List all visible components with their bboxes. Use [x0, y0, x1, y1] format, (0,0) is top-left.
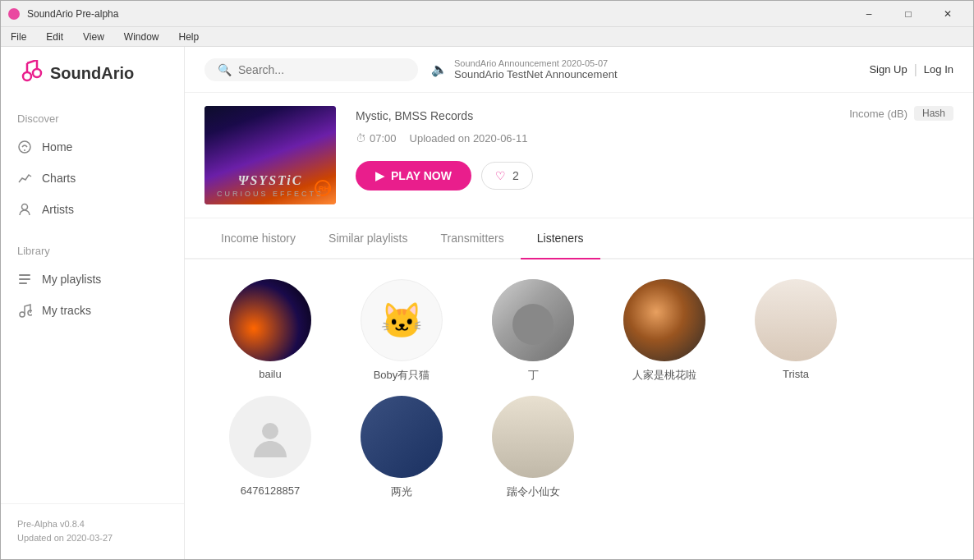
sidebar-item-artists[interactable]: Artists [1, 194, 184, 225]
close-button[interactable]: ✕ [929, 1, 967, 27]
tabs-bar: Income history Similar playlists Transmi… [185, 218, 973, 259]
version-text: Pre-Alpha v0.8.4 [17, 517, 168, 532]
svg-text:RHB: RHB [319, 185, 331, 193]
play-label: PLAY NOW [391, 169, 452, 182]
listener-name: Boby有只猫 [374, 368, 430, 383]
minimize-button[interactable]: – [850, 1, 888, 27]
tab-income-history[interactable]: Income history [204, 218, 312, 259]
playlists-icon [17, 272, 32, 287]
svg-rect-11 [19, 282, 27, 284]
title-bar: SoundArio Pre-alpha – □ ✕ [1, 1, 973, 27]
listener-name: 踹令小仙女 [507, 484, 560, 499]
logo-icon [17, 60, 44, 86]
avatar [229, 279, 311, 361]
avatar [361, 396, 443, 478]
tracks-icon [17, 303, 32, 318]
sidebar-item-home[interactable]: Home [1, 131, 184, 163]
window-controls: – □ ✕ [850, 1, 967, 27]
volume-icon: 🔈 [431, 62, 448, 77]
menu-edit[interactable]: Edit [43, 30, 67, 44]
like-count: 2 [512, 169, 519, 182]
sidebar-item-playlists[interactable]: My playlists [1, 264, 184, 295]
sidebar-playlists-label: My playlists [42, 273, 101, 286]
play-now-button[interactable]: ▶ PLAY NOW [356, 161, 471, 190]
listener-name: 丁 [528, 368, 539, 383]
hash-badge[interactable]: Hash [914, 106, 953, 121]
track-actions: ▶ PLAY NOW ♡ 2 [356, 161, 953, 190]
avatar [623, 279, 705, 361]
search-icon: 🔍 [218, 63, 232, 76]
sidebar-item-charts[interactable]: Charts [1, 163, 184, 194]
app-icon [7, 7, 21, 21]
play-icon: ▶ [375, 169, 384, 182]
sidebar-tracks-label: My tracks [42, 304, 91, 317]
svg-line-5 [27, 60, 37, 63]
svg-point-0 [8, 8, 20, 20]
track-header: ΨSYSTiC CURIOUS EFFECTS RHB Mystic, BMSS… [185, 93, 973, 218]
svg-rect-10 [19, 278, 30, 280]
avatar [755, 279, 837, 361]
list-item: 两光 [336, 396, 467, 499]
announcement-text: SoundArio Announcement 2020-05-07 SoundA… [454, 58, 618, 80]
content-area: ΨSYSTiC CURIOUS EFFECTS RHB Mystic, BMSS… [185, 93, 973, 559]
svg-rect-9 [19, 274, 30, 276]
svg-point-2 [33, 69, 41, 77]
sidebar-item-tracks[interactable]: My tracks [1, 295, 184, 326]
avatar [492, 279, 574, 361]
auth-area: Sign Up | Log In [869, 62, 953, 77]
menu-bar: File Edit View Window Help [1, 27, 973, 47]
logo-text: SoundArio [50, 64, 134, 83]
svg-point-7 [24, 149, 25, 151]
track-upload: Uploaded on 2020-06-11 [410, 132, 528, 145]
search-box[interactable]: 🔍 [204, 58, 418, 81]
svg-point-1 [23, 72, 31, 80]
listener-name: 6476128857 [241, 484, 300, 497]
window-title: SoundArio Pre-alpha [27, 8, 118, 20]
maximize-button[interactable]: □ [889, 1, 927, 27]
list-item: bailu [204, 279, 336, 383]
menu-file[interactable]: File [7, 30, 30, 44]
listener-name: bailu [259, 368, 281, 380]
listeners-grid: bailu 🐱 Boby有只猫 [185, 259, 973, 532]
svg-point-16 [262, 423, 278, 439]
title-bar-left: SoundArio Pre-alpha [7, 7, 118, 21]
top-bar: 🔍 🔈 SoundArio Announcement 2020-05-07 So… [185, 47, 973, 93]
home-icon [17, 140, 32, 154]
heart-icon: ♡ [495, 169, 506, 182]
track-cover: ΨSYSTiC CURIOUS EFFECTS RHB [204, 106, 336, 204]
list-item: 6476128857 [204, 396, 336, 499]
signup-link[interactable]: Sign Up [869, 63, 907, 76]
listener-name: 人家是桃花啦 [632, 368, 696, 383]
duration-value: 07:00 [370, 132, 397, 145]
income-label: Income (dB) [849, 108, 907, 120]
menu-help[interactable]: Help [176, 30, 203, 44]
charts-icon [17, 171, 32, 186]
listener-name: Trista [783, 368, 809, 380]
announcement-line1: SoundArio Announcement 2020-05-07 [454, 58, 618, 68]
like-button[interactable]: ♡ 2 [481, 162, 533, 190]
track-cover-image: ΨSYSTiC CURIOUS EFFECTS RHB [204, 106, 336, 204]
logo-area: SoundArio [1, 60, 184, 106]
tab-listeners[interactable]: Listeners [521, 218, 600, 259]
sidebar-footer: Pre-Alpha v0.8.4 Updated on 2020-03-27 [1, 503, 184, 559]
tab-similar-playlists[interactable]: Similar playlists [312, 218, 424, 259]
listener-name: 两光 [391, 484, 412, 499]
svg-point-12 [20, 312, 25, 317]
income-area: Income (dB) Hash [849, 106, 953, 121]
app-window: SoundArio Pre-alpha – □ ✕ File Edit View… [0, 0, 974, 560]
library-label: Library [1, 238, 184, 264]
list-item: 丁 [467, 279, 599, 383]
sidebar-home-label: Home [42, 140, 72, 154]
menu-window[interactable]: Window [121, 30, 163, 44]
menu-view[interactable]: View [80, 30, 108, 44]
sidebar-charts-label: Charts [42, 172, 76, 185]
search-input[interactable] [238, 63, 402, 76]
discover-label: Discover [1, 106, 184, 131]
login-link[interactable]: Log In [924, 63, 953, 76]
tab-transmitters[interactable]: Transmitters [425, 218, 521, 259]
avatar: 🐱 [361, 279, 443, 361]
auth-divider: | [914, 62, 917, 77]
announcement-area: 🔈 SoundArio Announcement 2020-05-07 Soun… [431, 58, 856, 80]
avatar [229, 396, 311, 478]
main-content: 🔍 🔈 SoundArio Announcement 2020-05-07 So… [185, 47, 973, 559]
